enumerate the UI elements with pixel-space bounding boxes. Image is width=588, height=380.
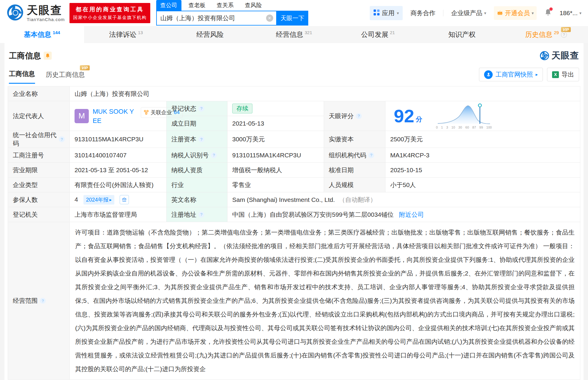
help-icon[interactable]: ?: [211, 152, 217, 158]
reg-address-value: 中国（上海）自由贸易试验区万安街599号第二层0034铺位 附近公司: [227, 207, 580, 222]
insured-trend-icon[interactable]: [120, 195, 129, 204]
vip-badge: VIP: [80, 65, 90, 70]
nav-open-vip[interactable]: 开通会员 ▾: [494, 6, 537, 20]
subtab-business-info[interactable]: 工商信息: [9, 69, 35, 84]
search-tab-company[interactable]: 查公司: [156, 0, 181, 11]
score-value: 92: [394, 107, 414, 125]
search-tab-boss[interactable]: 查老板: [184, 0, 210, 11]
tab-operating-risk[interactable]: 经营风险: [168, 26, 252, 43]
help-icon[interactable]: ?: [59, 136, 65, 142]
nearby-companies-link[interactable]: 附近公司: [399, 211, 424, 218]
business-scope-label: 经营范围?: [8, 222, 70, 380]
score-unit: 分: [416, 115, 422, 124]
table-row: 工商注册号 310141400107407 纳税人识别号? 91310115MA…: [8, 148, 580, 163]
help-icon[interactable]: ?: [368, 152, 374, 158]
insured-number: 4: [75, 196, 78, 203]
tianyancha-logo-icon: [540, 51, 549, 61]
table-row: 统一社会信用代码? 91310115MA1K4RCP3U 注册资本? 3000万…: [8, 131, 580, 148]
legal-rep-cell: M MUK SOOK YEE 关联企业 64: [70, 101, 167, 131]
tab-basic-info[interactable]: 基本信息 144: [0, 26, 84, 43]
tab-legal[interactable]: 法律诉讼 13: [84, 26, 168, 43]
arrow-right-icon: ▸: [110, 197, 112, 202]
top-header: 天眼查 TianYanCha.com 都在用的商业查询工具 国家中小企业发展子基…: [0, 0, 588, 26]
clear-icon[interactable]: ✕: [266, 15, 273, 22]
tab-intellectual-property[interactable]: 知识产权: [420, 26, 504, 43]
tab-history-info[interactable]: VIP 历史信息 29 ?: [504, 26, 588, 43]
search-input[interactable]: [157, 15, 266, 22]
crown-icon: [497, 10, 503, 17]
export-button[interactable]: X 导出: [547, 68, 579, 81]
watermark-text: 天眼查: [551, 50, 579, 62]
search-tab-relation[interactable]: 查关系: [213, 0, 238, 11]
tianyancha-logo[interactable]: 天眼查 TianYanCha.com: [7, 4, 65, 22]
tab-business-info[interactable]: 经营信息 321: [252, 26, 336, 43]
notification-dot: [549, 7, 553, 11]
search-tab-risk[interactable]: 查风险: [241, 0, 266, 11]
org-code-value: MA1K4RCP-3: [385, 148, 580, 163]
excel-icon: X: [552, 71, 559, 78]
help-icon[interactable]: ?: [198, 136, 204, 142]
staff-size-label: 人员规模: [324, 178, 385, 192]
user-menu[interactable]: 186*... ▾: [559, 10, 581, 17]
notification-bell[interactable]: [544, 9, 552, 18]
chevron-down-icon: ▾: [484, 11, 486, 15]
help-icon[interactable]: ?: [356, 113, 362, 119]
relation-icon: [144, 110, 149, 115]
subtab-history-business-info[interactable]: VIP 历史工商信息: [46, 70, 85, 84]
nav-enterprise-label: 企业级产品: [451, 9, 482, 17]
export-label: 导出: [562, 70, 574, 79]
related-label: 关联企业: [151, 109, 172, 116]
tab-count: 321: [305, 30, 312, 35]
help-icon[interactable]: ?: [198, 212, 204, 218]
table-row: 登记机关 上海市市场监督管理局 注册地址? 中国（上海）自由贸易试验区万安街59…: [8, 207, 580, 222]
reg-address-label: 注册地址?: [167, 207, 227, 222]
help-icon[interactable]: ?: [198, 106, 204, 112]
business-term-label: 营业期限: [8, 163, 70, 178]
main-tabbar: 基本信息 144 法律诉讼 13 经营风险 经营信息 321 公司发展 21 知…: [0, 26, 588, 43]
company-type-label: 企业类型: [8, 178, 70, 192]
annual-report-badge[interactable]: 2024年报 ▸: [83, 195, 115, 205]
industry-label: 行业: [167, 178, 227, 192]
score-distribution-chart: 0131030608799100: [436, 103, 492, 129]
legal-rep-name-link[interactable]: MUK SOOK YEE: [93, 107, 138, 125]
auto-translate-note: （自动翻译）: [339, 196, 376, 203]
apps-menu[interactable]: 应用 ▾: [370, 6, 403, 20]
help-icon[interactable]: ?: [561, 32, 567, 38]
insured-count-label: 参保人数: [8, 192, 70, 207]
apps-label: 应用: [382, 9, 394, 17]
tab-count: 21: [390, 30, 395, 35]
subtab-label: 历史工商信息: [46, 71, 85, 78]
avatar[interactable]: M: [75, 109, 89, 123]
table-row: 经营范围? 许可项目：道路货物运输（不含危险货物）；第二类增值电信业务；第一类增…: [8, 222, 580, 380]
search-button[interactable]: 天眼一下: [277, 11, 308, 26]
arrow-right-icon: ▸: [535, 72, 538, 77]
tab-label: 经营信息: [276, 30, 303, 39]
alert-bell-icon[interactable]: [44, 52, 52, 60]
promo-line1: 都在用的商业查询工具: [73, 6, 147, 13]
search-box: ✕ 天眼一下: [156, 11, 308, 26]
logo-brand-text: 天眼查: [27, 4, 65, 16]
approval-date-value: 2025-10-15: [385, 163, 580, 178]
tab-label: 基本信息: [24, 30, 51, 39]
tab-company-development[interactable]: 公司发展 21: [336, 26, 420, 43]
est-date-value: 2021-05-13: [227, 116, 324, 131]
snapshot-label: 工商官网快照: [495, 70, 533, 79]
insured-count-value: 4 2024年报 ▸: [70, 192, 167, 207]
chevron-down-icon: ▾: [397, 11, 399, 15]
tab-count: 144: [53, 30, 60, 35]
official-snapshot-button[interactable]: 工商官网快照 ▸: [479, 68, 543, 81]
nav-enterprise[interactable]: 企业级产品 ▾: [451, 9, 486, 17]
tianyan-score-label: 天眼评分?: [324, 101, 385, 131]
org-code-label: 组织机构代码?: [324, 148, 385, 163]
nav-divider: [443, 10, 443, 16]
approval-date-label: 核准日期: [324, 163, 385, 178]
tab-label: 历史信息: [525, 30, 552, 39]
score-axis-ticks: 0131030608799100: [436, 126, 492, 129]
search-input-wrap: ✕: [156, 11, 277, 26]
help-icon[interactable]: ?: [40, 298, 46, 304]
section-title-text: 工商信息: [9, 50, 41, 61]
tab-label: 法律诉讼: [109, 30, 136, 39]
staff-size-value: 小于50人: [385, 178, 580, 192]
nav-cooperation[interactable]: 商务合作: [410, 9, 435, 17]
tab-count: 29: [554, 30, 559, 35]
